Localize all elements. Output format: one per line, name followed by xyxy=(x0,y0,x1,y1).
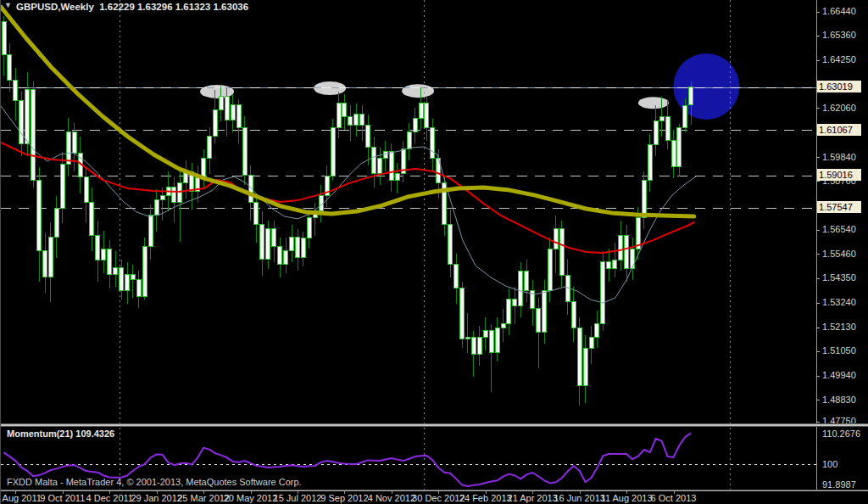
symbol-dropdown-triangle-icon[interactable]: ▼ xyxy=(4,1,12,9)
time-tick-label: 24 Feb 2013 xyxy=(459,493,512,503)
price-tick-label: 1.53240 xyxy=(822,297,856,307)
level-price-label: 1.57547 xyxy=(817,201,861,213)
level-price-label: 1.59016 xyxy=(817,169,861,181)
ma-slow-line xyxy=(1,7,694,216)
price-tick-label: 1.51050 xyxy=(822,345,856,356)
momentum-axis[interactable]: 110.267610091.8987 xyxy=(816,427,868,490)
ma-medium-line xyxy=(1,143,694,253)
price-tick-mark xyxy=(816,303,820,304)
mt4-chart-window: ▼ GBPUSD,Weekly 1.62229 1.63296 1.61323 … xyxy=(0,0,868,504)
time-tick-label: 6 Oct 2013 xyxy=(651,493,697,503)
price-tick-label: 1.55460 xyxy=(822,249,856,259)
time-tick-label: 29 Jan 2012 xyxy=(131,493,182,503)
level-price-label: 1.63019 xyxy=(817,81,861,92)
price-tick-mark xyxy=(816,328,820,328)
price-tick-mark xyxy=(816,278,820,279)
price-axis[interactable]: 1.664401.653601.642501.620601.609501.598… xyxy=(816,0,868,424)
price-tick-mark xyxy=(816,230,820,231)
time-tick-label: 30 Dec 2012 xyxy=(412,493,465,503)
price-tick-mark xyxy=(816,12,820,13)
price-tick-label: 1.66440 xyxy=(822,6,856,16)
price-tick-label: 1.49940 xyxy=(822,370,856,380)
bottom-separator xyxy=(1,490,868,491)
time-tick-label: 4 Dec 2011 xyxy=(86,493,133,503)
momentum-scale-label: 91.8987 xyxy=(822,479,856,490)
time-axis[interactable]: 14 Aug 20119 Oct 20114 Dec 201129 Jan 20… xyxy=(1,490,868,504)
time-tick-label: 16 Jun 2013 xyxy=(554,493,605,503)
time-tick-label: 14 Aug 2011 xyxy=(0,493,42,503)
price-tick-label: 1.54350 xyxy=(822,272,856,283)
time-tick-label: 20 May 2012 xyxy=(224,493,278,503)
time-tick-label: 4 Nov 2012 xyxy=(368,493,415,503)
chart-title-quote: GBPUSD,Weekly 1.62229 1.63296 1.61323 1.… xyxy=(16,2,248,12)
price-tick-mark xyxy=(816,422,820,423)
time-tick-label: 9 Oct 2011 xyxy=(40,493,85,503)
chart-plot-area[interactable] xyxy=(1,0,816,490)
price-tick-mark xyxy=(816,157,820,158)
time-tick-label: 11 Aug 2013 xyxy=(601,493,653,503)
ma-fast-line xyxy=(1,106,696,303)
momentum-scale-label: 100 xyxy=(822,459,837,469)
price-tick-mark xyxy=(816,254,820,255)
price-tick-label: 1.65360 xyxy=(822,30,856,40)
price-tick-mark xyxy=(816,108,820,109)
price-tick-mark xyxy=(816,181,820,182)
price-tick-label: 1.64250 xyxy=(822,54,856,64)
time-tick-label: 25 Mar 2012 xyxy=(177,493,230,503)
price-tick-label: 1.56540 xyxy=(822,224,856,234)
time-tick-label: 9 Sep 2012 xyxy=(320,493,368,503)
momentum-indicator-label: Momentum(21) 109.4326 xyxy=(7,428,114,439)
price-tick-mark xyxy=(816,60,820,61)
terminal-copyright: FXDD Malta - MetaTrader 4, © 2001-2013, … xyxy=(7,477,302,487)
momentum-scale-label: 110.2676 xyxy=(822,428,860,439)
time-tick-label: 15 Jul 2012 xyxy=(274,493,322,503)
price-tick-mark xyxy=(816,376,820,377)
price-tick-label: 1.52130 xyxy=(822,322,856,332)
price-tick-label: 1.48830 xyxy=(822,395,856,405)
time-tick-label: 21 Apr 2013 xyxy=(508,493,558,503)
price-tick-mark xyxy=(816,36,820,36)
level-price-label: 1.61067 xyxy=(817,124,861,136)
price-tick-label: 1.62060 xyxy=(822,103,856,113)
price-tick-mark xyxy=(816,351,820,352)
price-tick-label: 1.59840 xyxy=(822,152,856,162)
pane-separator-bottom-edge xyxy=(1,426,868,427)
price-tick-mark xyxy=(816,400,820,400)
resistance-ellipse-annotations[interactable] xyxy=(200,81,669,109)
